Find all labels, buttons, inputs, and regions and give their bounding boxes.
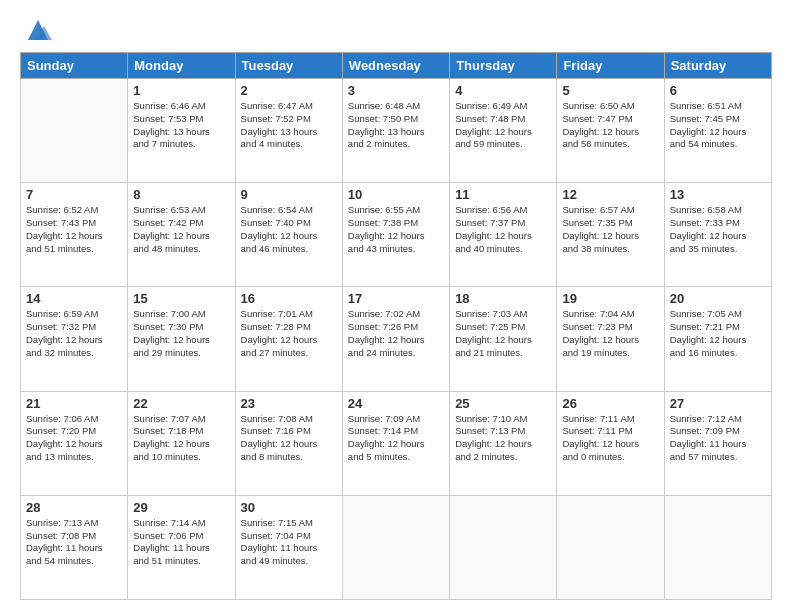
day-info: Sunrise: 6:56 AM Sunset: 7:37 PM Dayligh…	[455, 204, 551, 255]
day-cell: 11Sunrise: 6:56 AM Sunset: 7:37 PM Dayli…	[450, 183, 557, 287]
day-cell: 7Sunrise: 6:52 AM Sunset: 7:43 PM Daylig…	[21, 183, 128, 287]
day-info: Sunrise: 6:58 AM Sunset: 7:33 PM Dayligh…	[670, 204, 766, 255]
day-number: 24	[348, 396, 444, 411]
day-cell: 10Sunrise: 6:55 AM Sunset: 7:38 PM Dayli…	[342, 183, 449, 287]
day-cell: 30Sunrise: 7:15 AM Sunset: 7:04 PM Dayli…	[235, 495, 342, 599]
day-number: 19	[562, 291, 658, 306]
day-number: 26	[562, 396, 658, 411]
week-row-4: 28Sunrise: 7:13 AM Sunset: 7:08 PM Dayli…	[21, 495, 772, 599]
day-number: 8	[133, 187, 229, 202]
day-cell: 15Sunrise: 7:00 AM Sunset: 7:30 PM Dayli…	[128, 287, 235, 391]
week-row-1: 7Sunrise: 6:52 AM Sunset: 7:43 PM Daylig…	[21, 183, 772, 287]
header	[20, 16, 772, 44]
day-number: 13	[670, 187, 766, 202]
day-number: 2	[241, 83, 337, 98]
day-cell	[450, 495, 557, 599]
day-info: Sunrise: 6:47 AM Sunset: 7:52 PM Dayligh…	[241, 100, 337, 151]
day-info: Sunrise: 6:55 AM Sunset: 7:38 PM Dayligh…	[348, 204, 444, 255]
day-header-thursday: Thursday	[450, 53, 557, 79]
logo-icon	[24, 16, 52, 44]
day-cell: 13Sunrise: 6:58 AM Sunset: 7:33 PM Dayli…	[664, 183, 771, 287]
day-number: 22	[133, 396, 229, 411]
day-info: Sunrise: 6:46 AM Sunset: 7:53 PM Dayligh…	[133, 100, 229, 151]
day-info: Sunrise: 7:01 AM Sunset: 7:28 PM Dayligh…	[241, 308, 337, 359]
day-cell: 12Sunrise: 6:57 AM Sunset: 7:35 PM Dayli…	[557, 183, 664, 287]
day-info: Sunrise: 7:13 AM Sunset: 7:08 PM Dayligh…	[26, 517, 122, 568]
day-info: Sunrise: 6:53 AM Sunset: 7:42 PM Dayligh…	[133, 204, 229, 255]
day-cell: 8Sunrise: 6:53 AM Sunset: 7:42 PM Daylig…	[128, 183, 235, 287]
day-info: Sunrise: 6:59 AM Sunset: 7:32 PM Dayligh…	[26, 308, 122, 359]
day-header-sunday: Sunday	[21, 53, 128, 79]
day-cell	[21, 79, 128, 183]
day-number: 17	[348, 291, 444, 306]
page: SundayMondayTuesdayWednesdayThursdayFrid…	[0, 0, 792, 612]
day-cell: 1Sunrise: 6:46 AM Sunset: 7:53 PM Daylig…	[128, 79, 235, 183]
day-cell: 6Sunrise: 6:51 AM Sunset: 7:45 PM Daylig…	[664, 79, 771, 183]
day-number: 11	[455, 187, 551, 202]
day-cell: 16Sunrise: 7:01 AM Sunset: 7:28 PM Dayli…	[235, 287, 342, 391]
day-info: Sunrise: 7:05 AM Sunset: 7:21 PM Dayligh…	[670, 308, 766, 359]
day-number: 16	[241, 291, 337, 306]
day-cell: 26Sunrise: 7:11 AM Sunset: 7:11 PM Dayli…	[557, 391, 664, 495]
day-info: Sunrise: 7:08 AM Sunset: 7:16 PM Dayligh…	[241, 413, 337, 464]
day-cell: 9Sunrise: 6:54 AM Sunset: 7:40 PM Daylig…	[235, 183, 342, 287]
day-cell: 29Sunrise: 7:14 AM Sunset: 7:06 PM Dayli…	[128, 495, 235, 599]
day-info: Sunrise: 7:15 AM Sunset: 7:04 PM Dayligh…	[241, 517, 337, 568]
day-info: Sunrise: 7:04 AM Sunset: 7:23 PM Dayligh…	[562, 308, 658, 359]
day-info: Sunrise: 7:06 AM Sunset: 7:20 PM Dayligh…	[26, 413, 122, 464]
day-header-wednesday: Wednesday	[342, 53, 449, 79]
day-header-friday: Friday	[557, 53, 664, 79]
day-info: Sunrise: 7:00 AM Sunset: 7:30 PM Dayligh…	[133, 308, 229, 359]
day-cell: 21Sunrise: 7:06 AM Sunset: 7:20 PM Dayli…	[21, 391, 128, 495]
day-cell: 25Sunrise: 7:10 AM Sunset: 7:13 PM Dayli…	[450, 391, 557, 495]
day-cell: 2Sunrise: 6:47 AM Sunset: 7:52 PM Daylig…	[235, 79, 342, 183]
day-info: Sunrise: 6:49 AM Sunset: 7:48 PM Dayligh…	[455, 100, 551, 151]
day-number: 12	[562, 187, 658, 202]
day-cell	[557, 495, 664, 599]
day-info: Sunrise: 6:50 AM Sunset: 7:47 PM Dayligh…	[562, 100, 658, 151]
calendar-table: SundayMondayTuesdayWednesdayThursdayFrid…	[20, 52, 772, 600]
day-info: Sunrise: 6:54 AM Sunset: 7:40 PM Dayligh…	[241, 204, 337, 255]
day-info: Sunrise: 7:03 AM Sunset: 7:25 PM Dayligh…	[455, 308, 551, 359]
header-row: SundayMondayTuesdayWednesdayThursdayFrid…	[21, 53, 772, 79]
day-number: 6	[670, 83, 766, 98]
day-cell: 23Sunrise: 7:08 AM Sunset: 7:16 PM Dayli…	[235, 391, 342, 495]
day-number: 7	[26, 187, 122, 202]
day-cell: 18Sunrise: 7:03 AM Sunset: 7:25 PM Dayli…	[450, 287, 557, 391]
day-number: 3	[348, 83, 444, 98]
day-cell: 3Sunrise: 6:48 AM Sunset: 7:50 PM Daylig…	[342, 79, 449, 183]
logo	[20, 16, 52, 44]
day-number: 28	[26, 500, 122, 515]
day-number: 27	[670, 396, 766, 411]
day-number: 15	[133, 291, 229, 306]
day-info: Sunrise: 7:02 AM Sunset: 7:26 PM Dayligh…	[348, 308, 444, 359]
day-number: 29	[133, 500, 229, 515]
day-number: 1	[133, 83, 229, 98]
day-cell: 20Sunrise: 7:05 AM Sunset: 7:21 PM Dayli…	[664, 287, 771, 391]
day-info: Sunrise: 7:11 AM Sunset: 7:11 PM Dayligh…	[562, 413, 658, 464]
day-header-tuesday: Tuesday	[235, 53, 342, 79]
week-row-3: 21Sunrise: 7:06 AM Sunset: 7:20 PM Dayli…	[21, 391, 772, 495]
day-number: 30	[241, 500, 337, 515]
day-cell: 19Sunrise: 7:04 AM Sunset: 7:23 PM Dayli…	[557, 287, 664, 391]
day-cell	[664, 495, 771, 599]
day-info: Sunrise: 7:07 AM Sunset: 7:18 PM Dayligh…	[133, 413, 229, 464]
day-cell	[342, 495, 449, 599]
day-number: 20	[670, 291, 766, 306]
day-info: Sunrise: 6:57 AM Sunset: 7:35 PM Dayligh…	[562, 204, 658, 255]
day-number: 18	[455, 291, 551, 306]
day-cell: 28Sunrise: 7:13 AM Sunset: 7:08 PM Dayli…	[21, 495, 128, 599]
day-cell: 14Sunrise: 6:59 AM Sunset: 7:32 PM Dayli…	[21, 287, 128, 391]
day-info: Sunrise: 7:12 AM Sunset: 7:09 PM Dayligh…	[670, 413, 766, 464]
day-number: 4	[455, 83, 551, 98]
day-number: 14	[26, 291, 122, 306]
day-info: Sunrise: 7:10 AM Sunset: 7:13 PM Dayligh…	[455, 413, 551, 464]
week-row-2: 14Sunrise: 6:59 AM Sunset: 7:32 PM Dayli…	[21, 287, 772, 391]
day-info: Sunrise: 7:14 AM Sunset: 7:06 PM Dayligh…	[133, 517, 229, 568]
day-header-monday: Monday	[128, 53, 235, 79]
day-info: Sunrise: 6:52 AM Sunset: 7:43 PM Dayligh…	[26, 204, 122, 255]
day-header-saturday: Saturday	[664, 53, 771, 79]
day-cell: 24Sunrise: 7:09 AM Sunset: 7:14 PM Dayli…	[342, 391, 449, 495]
day-cell: 17Sunrise: 7:02 AM Sunset: 7:26 PM Dayli…	[342, 287, 449, 391]
day-number: 25	[455, 396, 551, 411]
